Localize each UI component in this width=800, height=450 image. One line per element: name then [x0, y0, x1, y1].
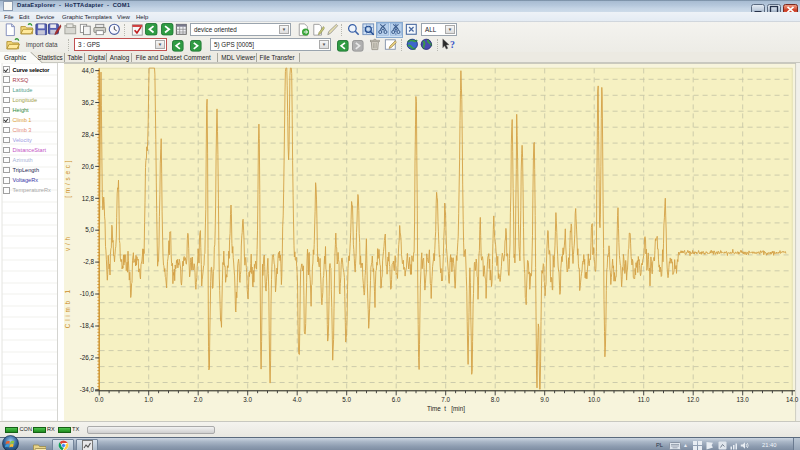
svg-text:-2,8: -2,8 — [83, 258, 94, 265]
svg-text:12,8: 12,8 — [82, 195, 95, 202]
svg-text:28,4: 28,4 — [82, 131, 95, 138]
svg-text:5.0: 5.0 — [342, 396, 351, 403]
svg-text:3.0: 3.0 — [243, 396, 252, 403]
svg-text:5,0: 5,0 — [85, 226, 94, 233]
svg-text:4.0: 4.0 — [293, 396, 302, 403]
svg-text:12.0: 12.0 — [687, 396, 700, 403]
svg-text:1.0: 1.0 — [144, 396, 153, 403]
svg-text:7.0: 7.0 — [441, 396, 450, 403]
svg-text:-10,6: -10,6 — [80, 290, 95, 297]
svg-text:-34,0: -34,0 — [80, 386, 95, 393]
svg-text:-18,4: -18,4 — [80, 322, 95, 329]
svg-text:20,6: 20,6 — [82, 163, 95, 170]
svg-text:0.0: 0.0 — [95, 396, 104, 403]
svg-text:44,0: 44,0 — [82, 67, 95, 74]
svg-text:36,2: 36,2 — [82, 99, 95, 106]
svg-text:-26,2: -26,2 — [80, 354, 95, 361]
svg-text:8.0: 8.0 — [491, 396, 500, 403]
svg-text:2.0: 2.0 — [194, 396, 203, 403]
svg-text:14.0: 14.0 — [786, 396, 799, 403]
svg-text:?: ? — [450, 39, 455, 50]
svg-text:10.0: 10.0 — [588, 396, 601, 403]
svg-text:Climb 1 v/h [m/s: Climb 1 v/h [m/sec] — [64, 158, 72, 328]
svg-text:9.0: 9.0 — [540, 396, 549, 403]
svg-text:13.0: 13.0 — [737, 396, 750, 403]
svg-text:6.0: 6.0 — [392, 396, 401, 403]
svg-text:Time t [min]: Time t [min] — [427, 405, 465, 413]
svg-text:11.0: 11.0 — [638, 396, 650, 403]
